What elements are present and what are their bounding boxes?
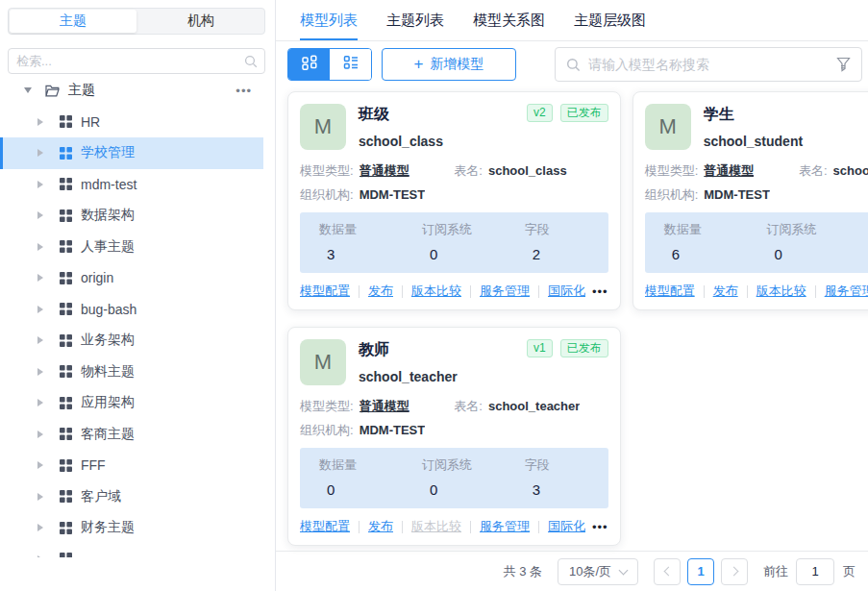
tab-model-relation-graph[interactable]: 模型关系图	[473, 0, 545, 40]
tree-item-label: 数据架构	[81, 207, 135, 224]
caret-right-icon[interactable]	[37, 493, 43, 501]
caret-right-icon[interactable]	[37, 368, 43, 376]
org-value: MDM-TEST	[704, 187, 770, 202]
more-icon[interactable]: •••	[236, 84, 252, 98]
page-size-select[interactable]: 10条/页	[558, 558, 638, 585]
model-type-label: 模型类型:	[645, 162, 699, 180]
model-avatar: M	[300, 104, 346, 150]
table-name-label: 表名:	[454, 162, 483, 180]
tree-root-topics[interactable]: 主题 •••	[0, 75, 263, 107]
service-manage-link[interactable]: 服务管理	[480, 283, 530, 300]
tree-item-customer-domain[interactable]: 客户域	[0, 481, 263, 513]
page-size-value: 10条/页	[569, 563, 611, 580]
model-stats: 数据量 6 订阅系统 0 字段 4	[645, 212, 868, 273]
version-compare-link[interactable]: 版本比较	[411, 283, 461, 300]
caret-right-icon[interactable]	[37, 274, 43, 282]
topic-tree: 主题 ••• HR 学校管理 mdm-test 数据架构 人事主题	[0, 75, 263, 557]
caret-right-icon[interactable]	[37, 431, 43, 438]
stat-value: 3	[525, 481, 608, 498]
tree-item-label: 学校管理	[81, 144, 135, 161]
grid-icon	[60, 303, 72, 315]
search-icon	[566, 58, 581, 76]
tree-item-school-management[interactable]: 学校管理	[0, 137, 263, 169]
caret-right-icon[interactable]	[37, 181, 43, 188]
tab-model-list[interactable]: 模型列表	[300, 0, 358, 40]
caret-right-icon[interactable]	[37, 118, 43, 126]
publish-link[interactable]: 发布	[713, 283, 738, 300]
tree-item-partial[interactable]	[0, 544, 263, 558]
more-icon[interactable]: •••	[592, 520, 608, 534]
tree-item-bug-bash[interactable]: bug-bash	[0, 294, 263, 326]
tab-topic-hierarchy-graph[interactable]: 主题层级图	[574, 0, 646, 40]
stat-label: 数据量	[664, 221, 748, 238]
grid-icon	[60, 209, 72, 222]
tree-item-data-architecture[interactable]: 数据架构	[0, 200, 263, 232]
tree-item-finance-topic[interactable]: 财务主题	[0, 512, 263, 544]
version-compare-link: 版本比较	[411, 518, 461, 535]
service-manage-link[interactable]: 服务管理	[480, 518, 530, 535]
publish-link[interactable]: 发布	[368, 518, 393, 535]
tab-topic-list[interactable]: 主题列表	[386, 0, 444, 40]
status-badge: 已发布	[560, 339, 608, 357]
caret-right-icon[interactable]	[37, 555, 43, 557]
sidebar-search-input[interactable]	[8, 48, 265, 74]
total-count: 共 3 条	[504, 563, 542, 580]
tree-item-label: 客商主题	[81, 426, 135, 443]
org-value: MDM-TEST	[360, 187, 426, 202]
tree-item-material-topic[interactable]: 物料主题	[0, 357, 263, 388]
tree-item-vendor-topic[interactable]: 客商主题	[0, 419, 263, 451]
publish-link[interactable]: 发布	[368, 283, 393, 300]
goto-page-input[interactable]	[796, 558, 834, 585]
caret-right-icon[interactable]	[37, 211, 43, 219]
add-model-button[interactable]: + 新增模型	[382, 48, 516, 81]
more-icon[interactable]: •••	[592, 284, 608, 299]
caret-down-icon[interactable]	[24, 87, 32, 93]
tree-item-business-architecture[interactable]: 业务架构	[0, 325, 263, 357]
tree-item-hr[interactable]: HR	[0, 107, 263, 138]
caret-right-icon[interactable]	[37, 336, 43, 344]
service-manage-link[interactable]: 服务管理	[825, 283, 868, 300]
page-unit-label: 页	[843, 563, 856, 580]
caret-right-icon[interactable]	[37, 243, 43, 251]
sidebar-tab-topics[interactable]: 主题	[10, 10, 136, 33]
sidebar-tab-orgs[interactable]: 机构	[137, 9, 264, 34]
caret-right-icon[interactable]	[37, 524, 43, 531]
stat-label: 订阅系统	[422, 456, 506, 474]
caret-right-icon[interactable]	[37, 399, 43, 406]
tree-item-mdm-test[interactable]: mdm-test	[0, 169, 263, 201]
folder-icon	[45, 85, 60, 97]
chevron-left-icon	[663, 567, 673, 577]
sidebar: 主题 机构 主题 ••• HR 学校管理	[0, 0, 276, 591]
prev-page-button[interactable]	[654, 558, 681, 585]
model-config-link[interactable]: 模型配置	[300, 518, 350, 535]
tree-item-hr-topic[interactable]: 人事主题	[0, 232, 263, 263]
view-toggle	[287, 48, 372, 81]
grid-icon	[60, 240, 72, 253]
i18n-link[interactable]: 国际化	[548, 283, 585, 300]
caret-right-icon[interactable]	[37, 461, 43, 469]
page-1-button[interactable]: 1	[687, 558, 714, 585]
org-label: 组织机构:	[300, 422, 354, 439]
list-view-button[interactable]	[330, 49, 371, 80]
tree-item-label: bug-bash	[81, 302, 136, 317]
table-name-value: school_teacher	[488, 399, 580, 413]
i18n-link[interactable]: 国际化	[548, 518, 585, 535]
grid-icon	[60, 522, 72, 534]
model-search-input[interactable]	[555, 47, 862, 82]
tree-item-fff[interactable]: FFF	[0, 450, 263, 481]
version-compare-link[interactable]: 版本比较	[756, 283, 806, 300]
tree-item-application-architecture[interactable]: 应用架构	[0, 387, 263, 419]
tree-item-label: HR	[81, 114, 100, 130]
model-config-link[interactable]: 模型配置	[300, 283, 350, 300]
stat-value: 0	[767, 246, 851, 262]
card-view-button[interactable]	[288, 49, 330, 80]
caret-right-icon[interactable]	[37, 149, 43, 157]
grid-icon	[60, 490, 72, 503]
tree-item-origin[interactable]: origin	[0, 262, 263, 294]
org-label: 组织机构:	[645, 186, 699, 204]
next-page-button[interactable]	[721, 558, 748, 585]
model-config-link[interactable]: 模型配置	[645, 283, 695, 300]
table-name-value: school_student	[833, 163, 868, 178]
caret-right-icon[interactable]	[37, 306, 43, 313]
filter-icon[interactable]	[836, 57, 851, 76]
